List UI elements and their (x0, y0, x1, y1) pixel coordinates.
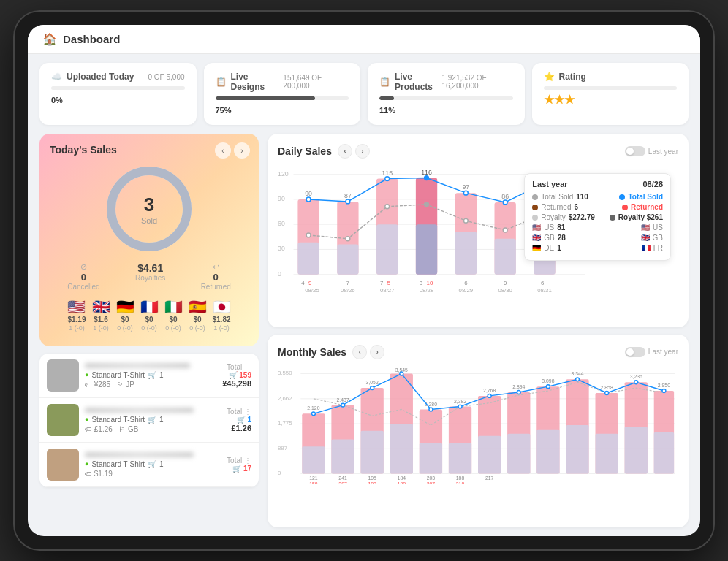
svg-text:120: 120 (278, 170, 289, 178)
uploaded-count: 0 OF 5,000 (148, 73, 184, 81)
tooltip-row-gb: 🇬🇧 GB 28 🇬🇧 GB (532, 234, 663, 242)
flag-es: 🇪🇸 $0 0 (-0) (189, 298, 207, 332)
product-name-2 (85, 408, 194, 413)
daily-prev-btn[interactable]: ‹ (338, 144, 352, 159)
sales-prev-btn[interactable]: ‹ (215, 142, 231, 159)
product-menu-3[interactable]: ⋮ (244, 457, 251, 465)
svg-text:158: 158 (309, 481, 318, 484)
svg-text:9: 9 (504, 280, 507, 286)
stat-live-products: 📋 Live Products 1,921,532 OF 16,200,000 … (368, 63, 525, 125)
de-price: $0 (121, 316, 129, 324)
daily-chart-tooltip: Last year 08/28 Total Sold 110 (524, 173, 671, 261)
product-total-1: ¥45,298 (222, 379, 251, 388)
svg-text:0: 0 (278, 470, 281, 476)
svg-text:9: 9 (308, 280, 311, 286)
screen: 🏠 Dashboard ☁️ Uploaded Today 0 OF 5,000 (28, 25, 700, 536)
designs-count: 151,649 OF 200,000 (283, 74, 349, 90)
svg-text:116: 116 (421, 169, 432, 176)
svg-text:0: 0 (278, 270, 281, 278)
svg-text:90: 90 (305, 190, 312, 197)
daily-chart-header: Daily Sales ‹ › Last year (278, 144, 678, 159)
fr-count: 0 (-0) (141, 324, 157, 332)
svg-text:97: 97 (462, 183, 469, 191)
monthly-last-year-toggle[interactable]: Last year (625, 347, 678, 357)
returned-icon: ↩ (201, 262, 231, 272)
svg-point-58 (346, 199, 350, 204)
cancelled-label: Cancelled (67, 283, 99, 291)
svg-point-138 (634, 380, 638, 383)
sold-count: 3 (141, 194, 157, 216)
tooltip-row-returned: Returned 6 Returned (532, 203, 663, 211)
dot-royalty-left (532, 215, 538, 221)
stat-live-designs: 📋 Live Designs 151,649 OF 200,000 75% (204, 63, 361, 125)
green-dot-1: ● (85, 371, 88, 378)
designs-label: 📋 Live Designs (216, 72, 284, 92)
monthly-next-btn[interactable]: › (370, 345, 384, 359)
left-panel: Today's Sales ‹ › 3 (39, 134, 259, 527)
product-menu-1[interactable]: ⋮ (244, 363, 251, 371)
svg-text:2,120: 2,120 (307, 405, 319, 411)
monthly-chart-area: 3,550 2,662 1,775 887 0 (278, 367, 678, 484)
svg-text:08/28: 08/28 (420, 287, 434, 294)
us-count: 1 (-0) (69, 324, 85, 332)
product-thumb-1 (47, 359, 79, 392)
svg-text:189: 189 (368, 481, 376, 484)
svg-text:217: 217 (485, 476, 494, 481)
products-progress-bg (379, 96, 513, 100)
svg-text:3,236: 3,236 (630, 374, 642, 379)
monthly-chart-svg: 3,550 2,662 1,775 887 0 (278, 367, 678, 484)
rating-icon: ⭐ (544, 72, 555, 82)
sales-nav: ‹ › (215, 142, 250, 159)
tooltip-header: Last year 08/28 (532, 180, 663, 188)
product-right-2: Total ⋮ 🛒 1 £1.26 (227, 408, 251, 432)
product-price-1: 🏷 ¥285 🏳 JP (85, 381, 216, 389)
svg-point-129 (371, 386, 374, 389)
main-content: ☁️ Uploaded Today 0 OF 5,000 0% 📋 (28, 54, 700, 536)
product-price-3: 🏷 $1.19 (85, 470, 221, 478)
green-dot-3: ● (85, 460, 88, 468)
svg-point-57 (306, 197, 311, 202)
svg-text:887: 887 (278, 445, 287, 451)
product-price-2: 🏷 £1.26 🏳 GB (85, 425, 221, 433)
svg-text:207: 207 (427, 481, 436, 484)
dot-returned-left (532, 205, 538, 210)
products-count: 1,921,532 OF 16,200,000 (441, 74, 512, 90)
daily-last-year-toggle[interactable]: Last year (625, 146, 678, 156)
svg-text:2,662: 2,662 (278, 394, 292, 401)
svg-text:3,052: 3,052 (366, 380, 379, 385)
daily-next-btn[interactable]: › (355, 144, 370, 159)
svg-rect-41 (495, 239, 516, 275)
flag-jp: 🇯🇵 $1.82 1 (-0) (213, 298, 231, 332)
svg-text:2,894: 2,894 (512, 384, 525, 389)
monthly-chart-nav: ‹ › (352, 345, 384, 359)
products-icon: 📋 (379, 77, 390, 87)
daily-chart-title: Daily Sales ‹ › (278, 144, 370, 159)
sold-label: Sold (141, 216, 157, 225)
list-item: ● Standard T-Shirt 🛒 1 🏷 £1.26 🏳 GB (39, 398, 259, 443)
svg-rect-106 (478, 435, 501, 473)
svg-rect-76 (302, 446, 325, 473)
it-count: 0 (-0) (165, 324, 181, 332)
product-info-2: ● Standard T-Shirt 🛒 1 🏷 £1.26 🏳 GB (85, 408, 221, 433)
sales-next-btn[interactable]: › (234, 142, 250, 159)
device-frame: 🏠 Dashboard ☁️ Uploaded Today 0 OF 5,000 (13, 10, 715, 551)
svg-rect-30 (416, 224, 437, 275)
tooltip-row-royalty: Royalty $272.79 Royalty $261 (532, 213, 663, 221)
monthly-prev-btn[interactable]: ‹ (352, 345, 367, 359)
svg-text:5: 5 (387, 280, 391, 286)
svg-text:3,098: 3,098 (542, 378, 554, 383)
svg-rect-116 (566, 425, 588, 474)
svg-rect-110 (507, 433, 530, 473)
svg-text:188: 188 (456, 476, 465, 481)
svg-text:30: 30 (278, 245, 285, 252)
product-menu-2[interactable]: ⋮ (244, 408, 251, 416)
monthly-chart-title: Monthly Sales ‹ › (278, 345, 384, 359)
svg-point-134 (517, 390, 520, 394)
svg-text:08/31: 08/31 (537, 287, 552, 294)
it-price: $0 (169, 316, 177, 324)
es-count: 0 (-0) (189, 324, 205, 332)
svg-text:08/25: 08/25 (305, 287, 319, 294)
svg-text:188: 188 (398, 481, 406, 484)
daily-sales-card: Daily Sales ‹ › Last year (268, 134, 689, 327)
donut-center: 3 Sold (141, 194, 157, 225)
